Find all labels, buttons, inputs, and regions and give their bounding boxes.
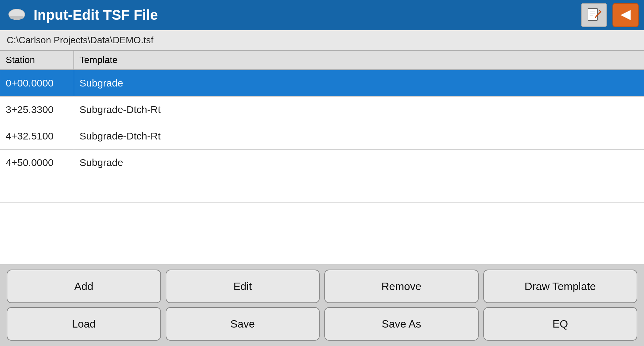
draw-template-button[interactable]: Draw Template <box>483 270 638 303</box>
table-row[interactable]: 4+50.0000Subgrade <box>0 150 644 176</box>
remove-button[interactable]: Remove <box>324 270 479 303</box>
button-row-1: AddEditRemoveDraw Template <box>7 270 637 303</box>
cell-station: 4+50.0000 <box>0 150 74 176</box>
table-row[interactable]: 0+00.0000Subgrade <box>0 70 644 97</box>
cell-template: Subgrade-Dtch-Rt <box>74 123 644 149</box>
add-button[interactable]: Add <box>7 270 161 303</box>
svg-line-7 <box>599 10 601 12</box>
app-logo <box>5 4 28 26</box>
save-button[interactable]: Save <box>166 307 320 341</box>
table-empty-row <box>0 176 644 203</box>
cell-template: Subgrade <box>74 70 644 96</box>
save-as-button[interactable]: Save As <box>324 307 479 341</box>
svg-rect-2 <box>588 8 597 20</box>
column-header-station: Station <box>0 51 74 69</box>
table-row[interactable]: 3+25.3300Subgrade-Dtch-Rt <box>0 97 644 123</box>
file-path: C:\Carlson Projects\Data\DEMO.tsf <box>0 30 644 50</box>
cell-station: 4+32.5100 <box>0 123 74 149</box>
table-header: Station Template <box>0 51 644 70</box>
column-header-template: Template <box>74 51 644 69</box>
back-button[interactable] <box>612 3 639 27</box>
button-row-2: LoadSaveSave AsEQ <box>7 307 637 341</box>
header: Input-Edit TSF File <box>0 0 644 30</box>
buttons-area: AddEditRemoveDraw Template LoadSaveSave … <box>0 264 644 346</box>
eq-button[interactable]: EQ <box>483 307 638 341</box>
notes-button[interactable] <box>581 3 607 27</box>
cell-station: 3+25.3300 <box>0 97 74 123</box>
cell-station: 0+00.0000 <box>0 70 74 96</box>
table-rows: 0+00.0000Subgrade3+25.3300Subgrade-Dtch-… <box>0 70 644 203</box>
page-title: Input-Edit TSF File <box>34 7 576 23</box>
svg-marker-9 <box>621 10 631 20</box>
load-button[interactable]: Load <box>7 307 161 341</box>
table-row[interactable]: 4+32.5100Subgrade-Dtch-Rt <box>0 123 644 150</box>
data-table: Station Template 0+00.0000Subgrade3+25.3… <box>0 50 644 203</box>
cell-template: Subgrade-Dtch-Rt <box>74 97 644 123</box>
main-content: C:\Carlson Projects\Data\DEMO.tsf Statio… <box>0 30 644 268</box>
cell-template: Subgrade <box>74 150 644 176</box>
edit-button[interactable]: Edit <box>166 270 320 303</box>
svg-rect-1 <box>10 16 23 18</box>
